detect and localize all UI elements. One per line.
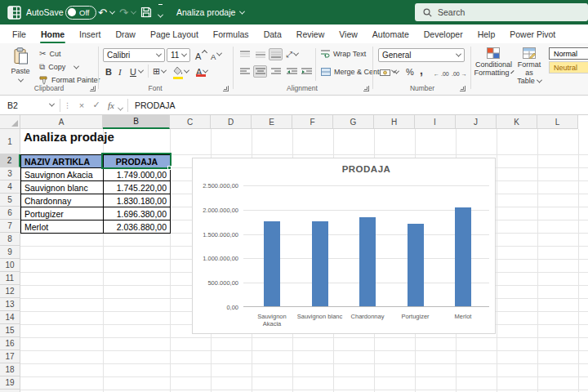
cell-b3[interactable]: 1.749.000,00 [103,167,171,181]
column-header-H[interactable]: H [374,115,415,129]
row-header-6[interactable]: 6 [0,207,20,220]
row-header-11[interactable]: 11 [0,272,20,285]
chart-object[interactable]: PRODAJA 0,00500.000,001.000.000,001.500.… [192,158,496,334]
formula-input[interactable]: PRODAJA [128,100,588,110]
cell-a2-header[interactable]: NAZIV ARTIKLA [20,154,104,168]
decrease-indent-icon[interactable] [285,65,299,78]
alignment-dialog-launcher[interactable] [363,86,369,91]
excel-app-icon[interactable] [7,0,21,24]
tab-review[interactable]: Review [289,24,332,43]
row-header-2[interactable]: 2 [0,154,20,167]
row-header-3[interactable]: 3 [0,167,20,180]
conditional-formatting-button[interactable]: Conditional Formatting [475,47,511,77]
align-left-icon[interactable] [238,65,252,78]
column-header-C[interactable]: C [170,115,211,129]
font-color-button[interactable]: A [196,65,207,77]
column-header-J[interactable]: J [456,115,497,129]
cell-a1-title[interactable]: Analiza prodaje [24,130,114,144]
cell-b6[interactable]: 1.696.380,00 [103,207,171,220]
align-right-icon[interactable] [269,65,283,78]
tab-developer[interactable]: Developer [416,24,470,43]
chart-bar-4[interactable] [408,224,424,306]
column-header-G[interactable]: G [333,115,374,129]
column-header-D[interactable]: D [211,115,252,129]
cut-button[interactable]: ✂Cut [39,48,60,60]
chart-bar-5[interactable] [455,207,471,306]
comma-style-button[interactable]: , [420,65,423,77]
number-dialog-launcher[interactable] [460,86,466,91]
align-center-icon[interactable] [253,65,267,78]
tab-automate[interactable]: Automate [365,24,416,43]
font-size-combo[interactable]: 11 [167,48,190,62]
insert-function-icon[interactable]: fx [104,100,118,110]
cell-style-normal[interactable]: Normal [549,47,588,60]
column-header-K[interactable]: K [497,115,537,129]
column-header-B[interactable]: B [103,115,170,129]
tab-power-pivot[interactable]: Power Pivot [502,24,563,43]
fill-color-button[interactable] [173,65,189,77]
row-header-18[interactable]: 18 [0,363,20,376]
row-header-14[interactable]: 14 [0,311,20,324]
align-middle-icon[interactable] [253,48,267,60]
select-all-corner[interactable] [0,115,20,129]
tab-home[interactable]: Home [33,24,72,43]
name-box[interactable]: B2 [0,96,60,114]
row-header-15[interactable]: 15 [0,324,20,337]
cell-a6[interactable]: Portugizer [20,207,104,220]
borders-button[interactable]: ⊞ [153,65,166,77]
tab-data[interactable]: Data [256,24,289,43]
redo-button[interactable]: ↷ [119,0,136,24]
tab-file[interactable]: File [5,24,33,43]
row-header-19[interactable]: 19 [0,376,20,390]
italic-button[interactable]: I [118,65,122,77]
row-header-1[interactable]: 1 [0,129,20,154]
document-title[interactable]: Analiza prodaje [176,0,244,24]
increase-decimal-button[interactable]: ←.00 [434,65,449,77]
confirm-entry-icon[interactable]: ✓ [89,100,104,110]
tab-formulas[interactable]: Formulas [206,24,256,43]
clipboard-dialog-launcher[interactable] [90,86,96,91]
row-header-8[interactable]: 8 [0,233,20,246]
increase-indent-icon[interactable] [300,65,314,78]
row-header-5[interactable]: 5 [0,194,20,207]
row-header-7[interactable]: 7 [0,220,20,233]
underline-dropdown[interactable] [139,65,143,77]
grow-font-button[interactable]: A [195,49,207,61]
column-header-E[interactable]: E [252,115,292,129]
column-header-L[interactable]: L [537,115,578,129]
column-header-I[interactable]: I [415,115,456,129]
cell-a5[interactable]: Chardonnay [20,194,104,207]
copy-button[interactable]: ⧉Copy [39,61,78,73]
orientation-button[interactable]: ⤢ [286,47,298,60]
underline-button[interactable]: U [130,65,136,77]
format-as-table-button[interactable]: Format as Table [513,47,546,85]
number-format-combo[interactable]: General [378,48,465,62]
tab-draw[interactable]: Draw [108,24,143,43]
tab-page-layout[interactable]: Page Layout [143,24,206,43]
cell-a7[interactable]: Merlot [20,220,104,234]
tab-insert[interactable]: Insert [72,24,108,43]
search-input[interactable]: Search [415,3,588,21]
chart-bar-1[interactable] [264,221,280,306]
accounting-format-button[interactable] [380,65,396,77]
wrap-text-button[interactable]: Wrap Text [321,48,366,60]
align-top-icon[interactable] [238,48,252,60]
row-header-4[interactable]: 4 [0,180,20,194]
cell-b4[interactable]: 1.745.220,00 [103,180,171,194]
cell-b5[interactable]: 1.830.180,00 [103,194,171,207]
font-dialog-launcher[interactable] [223,86,229,91]
shrink-font-button[interactable]: A [211,49,221,61]
tab-help[interactable]: Help [470,24,503,43]
cell-a3[interactable]: Sauvignon Akacia [20,167,104,181]
cell-style-neutral[interactable]: Neutral [549,61,588,74]
row-header-13[interactable]: 13 [0,298,20,311]
undo-button[interactable]: ↶ [98,0,114,24]
row-header-16[interactable]: 16 [0,337,20,350]
cell-b7[interactable]: 2.036.880,00 [103,220,171,234]
row-header-17[interactable]: 17 [0,350,20,363]
qat-customize-icon[interactable] [158,0,163,24]
row-header-10[interactable]: 10 [0,259,20,272]
sheet-grid[interactable]: ABCDEFGHIJKL1234567891011121314151617181… [0,115,588,392]
paste-button[interactable]: Paste [7,47,34,84]
chart-bar-2[interactable] [312,221,328,306]
